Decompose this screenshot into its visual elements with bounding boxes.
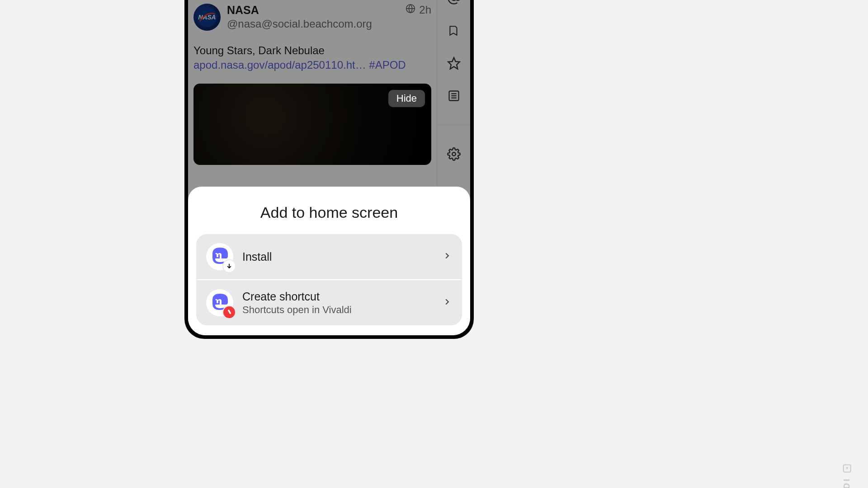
create-shortcut-option-icon [206,289,233,316]
phone-frame: NASA NASA @nasa@social.beachcom.org [184,0,474,339]
sheet-title: Add to home screen [196,204,462,221]
install-option-title: Install [242,250,433,263]
vivaldi-badge-icon [223,306,235,318]
chevron-right-icon [442,296,452,310]
option-list: Install [196,234,462,325]
watermark-text: VIVALDI [842,477,852,488]
vivaldi-watermark-icon [843,465,851,473]
hide-button[interactable]: Hide [388,90,425,107]
chevron-right-icon [442,250,452,264]
download-badge-icon [223,260,235,272]
install-option[interactable]: Install [196,234,462,279]
phone-screen: NASA NASA @nasa@social.beachcom.org [188,0,470,335]
install-option-icon [206,243,233,270]
vivaldi-watermark: VIVALDI [842,465,852,488]
svg-marker-11 [846,467,848,470]
create-shortcut-option-text: Create shortcut Shortcuts open in Vivald… [242,290,433,316]
create-shortcut-option-subtitle: Shortcuts open in Vivaldi [242,304,433,316]
install-option-text: Install [242,250,433,263]
add-to-home-sheet: Add to home screen Install [188,187,470,335]
create-shortcut-option-title: Create shortcut [242,290,433,303]
create-shortcut-option[interactable]: Create shortcut Shortcuts open in Vivald… [196,279,462,325]
